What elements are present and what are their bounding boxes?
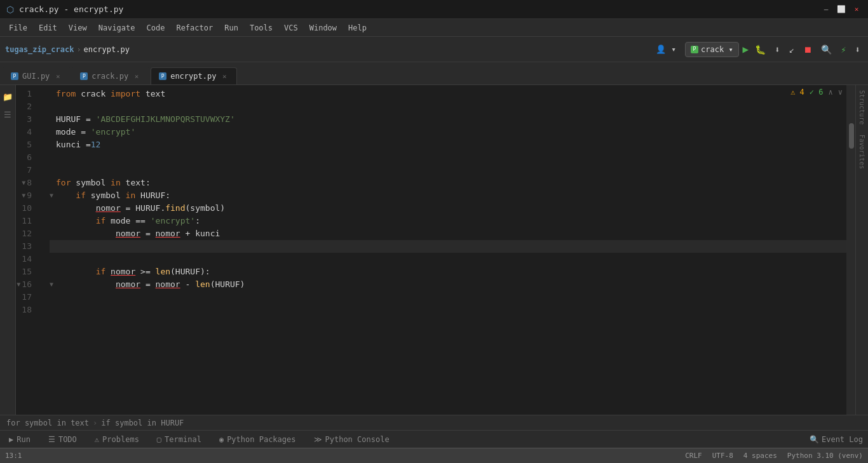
fold-icon-9[interactable]: ▼ xyxy=(50,189,56,202)
close-button[interactable]: ✕ xyxy=(851,4,862,15)
bottom-tab-label-0: Run xyxy=(17,435,31,444)
tab-crack-py[interactable]: Pcrack.py× xyxy=(72,67,149,84)
token: HURUF. xyxy=(135,202,165,215)
line-numbers: 1234567▼8▼9101112131415▼161718 xyxy=(16,85,44,415)
breadcrumb-item-1[interactable]: if symbol in HURUF xyxy=(101,419,184,427)
code-line-15[interactable]: if nomor >= len(HURUF): xyxy=(50,265,846,278)
menu-item-tools[interactable]: Tools xyxy=(245,22,278,34)
favorites-sidebar-label[interactable]: Favorites xyxy=(857,130,867,174)
token: kunci xyxy=(56,138,81,151)
menu-item-help[interactable]: Help xyxy=(343,22,372,34)
menu-item-run[interactable]: Run xyxy=(219,22,243,34)
bottom-tab-icon-2: ⚠ xyxy=(95,435,99,444)
code-line-9[interactable]: ▼ if symbol in HURUF: xyxy=(50,189,846,202)
expand-button[interactable]: ∧ xyxy=(829,88,833,97)
code-line-2[interactable] xyxy=(50,100,846,113)
debug-button[interactable]: 🐛 xyxy=(752,42,768,57)
line-number-11: 11 xyxy=(16,215,37,227)
menu-item-window[interactable]: Window xyxy=(304,22,342,34)
breadcrumb-item-0[interactable]: for symbol in text xyxy=(6,419,89,427)
user-icon-btn[interactable]: 👤 ▾ xyxy=(651,42,681,57)
code-line-13[interactable] xyxy=(50,240,846,253)
tab-GUI-py[interactable]: PGUI.py× xyxy=(3,67,71,84)
run-button[interactable]: ▶ xyxy=(743,43,749,55)
menu-item-vcs[interactable]: VCS xyxy=(279,22,303,34)
warning-count: ⚠ 4 xyxy=(790,88,804,97)
code-line-18[interactable] xyxy=(50,304,846,316)
menu-item-view[interactable]: View xyxy=(64,22,92,34)
status-crlf[interactable]: CRLF xyxy=(685,452,702,460)
code-line-5[interactable]: kunci =12 xyxy=(50,138,846,151)
scrollbar-track[interactable] xyxy=(846,85,855,415)
line-number-1: 1 xyxy=(16,88,37,100)
menu-item-navigate[interactable]: Navigate xyxy=(93,22,140,34)
fold-button-16[interactable]: ▼ xyxy=(17,278,20,291)
code-line-14[interactable] xyxy=(50,253,846,265)
code-line-12[interactable]: nomor = nomor + kunci xyxy=(50,227,846,240)
bottom-tab-run[interactable]: ▶Run xyxy=(5,433,34,446)
fold-button-9[interactable]: ▼ xyxy=(22,189,25,202)
collapse-button[interactable]: ∨ xyxy=(838,88,843,97)
code-line-16[interactable]: ▼ nomor = nomor - len(HURUF) xyxy=(50,278,846,291)
vcs-update-button[interactable]: ⚡ xyxy=(838,42,848,57)
event-log-button[interactable]: 🔍Event Log xyxy=(810,435,863,444)
tab-close-1[interactable]: × xyxy=(132,72,141,81)
bottom-tab-python-packages[interactable]: ◉Python Packages xyxy=(215,433,300,446)
code-line-4[interactable]: mode = 'encrypt' xyxy=(50,126,846,138)
menu-item-refactor[interactable]: Refactor xyxy=(171,22,218,34)
crack-btn[interactable]: P crack ▾ xyxy=(685,42,739,57)
code-line-3[interactable]: HURUF = 'ABCDEFGHIJKLMNOPQRSTUVWXYZ' xyxy=(50,113,846,126)
code-lines[interactable]: from crack import textHURUF = 'ABCDEFGHI… xyxy=(44,85,846,415)
token: if xyxy=(76,189,86,202)
line-number-16: ▼16 xyxy=(16,278,37,291)
bottom-tab-icon-0: ▶ xyxy=(9,435,13,444)
token: from xyxy=(56,88,76,100)
step-over-button[interactable]: ⬇ xyxy=(772,42,782,57)
bottom-tab-todo[interactable]: ☰TODO xyxy=(44,433,81,446)
tab-label-1: crack.py xyxy=(92,72,128,81)
minimize-button[interactable]: — xyxy=(821,4,831,15)
menu-item-file[interactable]: File xyxy=(4,22,32,34)
tab-encrypt-py[interactable]: Pencrypt.py× xyxy=(151,67,237,84)
menu-item-code[interactable]: Code xyxy=(142,22,170,34)
file-label[interactable]: encrypt.py xyxy=(84,45,130,54)
breadcrumb-separator: › xyxy=(93,419,97,427)
tab-close-2[interactable]: × xyxy=(220,72,229,81)
fold-button-8[interactable]: ▼ xyxy=(22,177,25,189)
main-area: 📁 ☰ 1234567▼8▼9101112131415▼161718 from … xyxy=(0,85,868,415)
structure-sidebar-label[interactable]: Structure xyxy=(857,85,867,130)
status-indent[interactable]: 4 spaces xyxy=(743,452,777,460)
maximize-button[interactable]: ⬜ xyxy=(836,4,846,15)
code-line-17[interactable] xyxy=(50,291,846,304)
token: = xyxy=(140,227,155,240)
fold-icon-16[interactable]: ▼ xyxy=(50,278,56,291)
bottom-tab-python-console[interactable]: ≫Python Console xyxy=(310,433,393,446)
code-container: 1234567▼8▼9101112131415▼161718 from crac… xyxy=(16,85,855,415)
project-label[interactable]: tugas_zip_crack xyxy=(5,45,74,54)
line-number-17: 17 xyxy=(16,291,37,304)
code-line-10[interactable]: nomor = HURUF.find(symbol) xyxy=(50,202,846,215)
tab-label-2: encrypt.py xyxy=(170,72,216,81)
code-line-6[interactable] xyxy=(50,151,846,164)
editor-area[interactable]: 1234567▼8▼9101112131415▼161718 from crac… xyxy=(16,85,855,415)
structure-icon[interactable]: ☰ xyxy=(1,108,14,121)
project-sidebar-icon[interactable]: 📁 xyxy=(1,90,14,103)
scrollbar-thumb[interactable] xyxy=(849,123,854,149)
step-into-button[interactable]: ↙ xyxy=(787,42,797,57)
search-button[interactable]: 🔍 xyxy=(818,42,834,57)
status-python[interactable]: Python 3.10 (venv) xyxy=(787,452,863,460)
token: find xyxy=(165,202,185,215)
tab-close-0[interactable]: × xyxy=(53,72,62,81)
status-encoding[interactable]: UTF-8 xyxy=(712,452,733,460)
code-line-11[interactable]: if mode == 'encrypt': xyxy=(50,215,846,227)
status-position[interactable]: 13:1 xyxy=(5,452,22,460)
bottom-tab-terminal[interactable]: ▢Terminal xyxy=(153,433,205,446)
settings-button[interactable]: ⬇ xyxy=(853,42,863,57)
code-line-7[interactable] xyxy=(50,164,846,177)
bottom-tab-problems[interactable]: ⚠Problems xyxy=(91,433,143,446)
code-line-1[interactable]: from crack import text xyxy=(50,88,846,100)
menu-item-edit[interactable]: Edit xyxy=(34,22,62,34)
code-line-8[interactable]: for symbol in text: xyxy=(50,177,846,189)
crack-label: crack ▾ xyxy=(701,45,733,54)
stop-button[interactable]: ⏹ xyxy=(801,42,815,57)
